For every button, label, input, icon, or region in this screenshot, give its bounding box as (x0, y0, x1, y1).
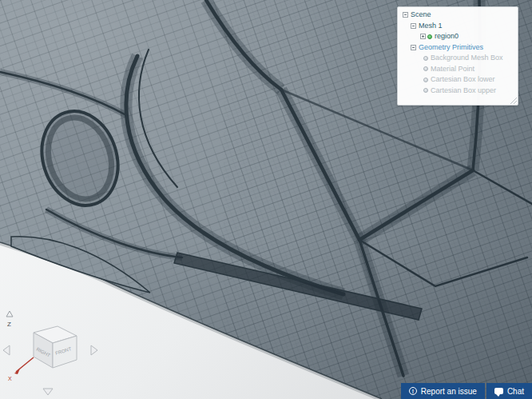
panel-resize-handle[interactable] (510, 98, 517, 104)
tree-item-region0[interactable]: region0 (398, 31, 518, 42)
expand-icon[interactable] (420, 34, 426, 39)
tree-item-label: region0 (435, 31, 459, 42)
axis-x-label: X (8, 376, 12, 381)
axis-z-label: Z (7, 321, 11, 328)
axis-x: X (8, 357, 34, 381)
navigation-cube[interactable]: Z RIGHT FRONT X (2, 309, 105, 397)
tree-item-label: Cartesian Box upper (431, 86, 496, 97)
footer-bar: ! Report an issue Chat (401, 383, 532, 399)
nav-arrow-left-icon[interactable] (3, 345, 10, 355)
orientation-cube[interactable]: RIGHT FRONT (34, 326, 77, 368)
visibility-orb-icon[interactable] (423, 78, 428, 82)
tree-item-label: Cartesian Box lower (431, 74, 495, 86)
visibility-orb-icon[interactable] (423, 66, 428, 71)
nav-arrow-right-icon[interactable] (91, 345, 97, 355)
collapse-icon[interactable] (411, 45, 416, 50)
tree-item-cartesian-box-lower[interactable]: Cartesian Box lower (398, 74, 518, 86)
collapse-icon[interactable] (403, 12, 408, 18)
tree-item-cartesian-box-upper[interactable]: Cartesian Box upper (398, 86, 518, 97)
application-window: Z RIGHT FRONT X Scene Mesh 1 (0, 0, 532, 399)
tree-item-label: Mesh 1 (419, 21, 443, 32)
tree-item-geometry-primitives[interactable]: Geometry Primitives (398, 42, 518, 54)
tree-item-background-mesh-box[interactable]: Background Mesh Box (398, 53, 518, 64)
nav-arrow-up-icon[interactable] (6, 311, 13, 317)
tree-item-label: Material Point (431, 64, 474, 75)
tree-item-label: Background Mesh Box (431, 53, 503, 64)
tree-item-material-point[interactable]: Material Point (398, 64, 518, 75)
visibility-orb-icon[interactable] (423, 88, 428, 93)
tree-item-scene[interactable]: Scene (398, 10, 518, 21)
tree-item-mesh-1[interactable]: Mesh 1 (398, 21, 518, 32)
scene-tree-panel: Scene Mesh 1 region0 Geometry Primitives… (397, 6, 518, 106)
tree-item-label: Scene (411, 10, 431, 21)
visibility-orb-icon[interactable] (423, 56, 428, 61)
report-issue-label: Report an issue (421, 387, 477, 396)
chat-button[interactable]: Chat (486, 383, 532, 399)
nav-arrow-down-icon[interactable] (43, 389, 53, 395)
collapse-icon[interactable] (411, 23, 416, 29)
chat-label: Chat (507, 387, 524, 396)
chat-bubble-icon (494, 388, 503, 394)
visibility-orb-icon[interactable] (427, 34, 432, 39)
report-issue-button[interactable]: ! Report an issue (401, 383, 485, 399)
tree-item-label: Geometry Primitives (419, 42, 483, 54)
report-issue-icon: ! (409, 387, 417, 395)
